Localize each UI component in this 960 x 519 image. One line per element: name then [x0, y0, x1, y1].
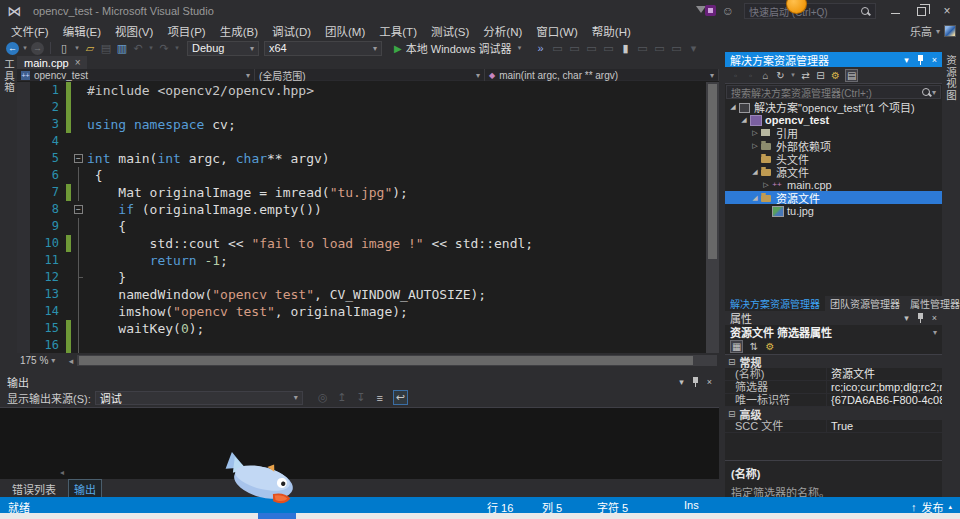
forward-icon[interactable]: ◦ [745, 70, 756, 81]
configuration-combo[interactable]: Debug ▾ [187, 41, 259, 56]
sync-with-active-document-icon[interactable]: ⇄ [800, 70, 811, 81]
bookmark-prev-icon[interactable]: ▭ [635, 41, 649, 55]
code-line[interactable]: 5−int main(int argc, char** argv) [17, 150, 706, 167]
step-out-icon[interactable]: ▭ [584, 41, 598, 55]
breakpoint-margin[interactable] [17, 82, 30, 99]
code-line[interactable]: 3using namespace cv; [17, 116, 706, 133]
code-line[interactable]: 13 namedWindow("opencv test", CV_WINDOW_… [17, 286, 706, 303]
menu-item[interactable]: 帮助(H) [585, 21, 638, 41]
tree-row[interactable]: tu.jpg [725, 204, 942, 217]
feedback-icon[interactable]: ☺ [718, 4, 738, 18]
tree-expander-icon[interactable]: ▷ [750, 129, 760, 137]
output-content[interactable] [0, 407, 719, 479]
undo-icon[interactable]: ↶ [131, 41, 145, 55]
breakpoint-margin[interactable] [17, 235, 30, 252]
categorized-icon[interactable]: ▦ [730, 340, 743, 353]
window-position-dropdown-icon[interactable]: ▾ [679, 377, 684, 387]
close-icon[interactable]: × [75, 57, 81, 68]
collapse-all-icon[interactable]: ⊟ [815, 70, 826, 81]
user-area[interactable]: 乐高 ▾ [910, 22, 956, 40]
code-line[interactable]: 14 imshow("opencv test", originalImage); [17, 303, 706, 320]
platform-combo[interactable]: x64 ▾ [264, 41, 382, 56]
start-debugging-dropdown-icon[interactable]: ▾ [515, 44, 523, 52]
close-icon[interactable]: × [932, 55, 937, 65]
breakpoint-margin[interactable] [17, 303, 30, 320]
properties-icon[interactable]: ⚙ [830, 70, 841, 81]
menu-item[interactable]: 编辑(E) [56, 21, 108, 41]
clear-all-icon[interactable]: ≡ [374, 392, 386, 404]
next-message-icon[interactable]: ↧ [355, 391, 367, 404]
search-icon[interactable] [921, 87, 932, 98]
quick-launch-input[interactable]: 快速启动 (Ctrl+Q) [744, 3, 876, 19]
user-name[interactable]: 乐高 [910, 23, 932, 39]
bottom-panel-tab[interactable]: 输出 [68, 479, 102, 499]
window-position-dropdown-icon[interactable]: ▾ [904, 55, 909, 65]
attach-debugger-icon[interactable]: » [533, 41, 547, 55]
collapse-icon[interactable]: ⊟ [728, 409, 736, 419]
chevron-down-icon[interactable]: ▾ [932, 88, 936, 97]
scrollbar-thumb[interactable] [79, 356, 693, 365]
tree-expander-icon[interactable]: ◢ [728, 103, 738, 111]
breakpoint-margin[interactable] [17, 99, 30, 116]
breakpoint-margin[interactable] [17, 167, 30, 184]
breakpoint-margin[interactable] [17, 252, 30, 269]
code-line[interactable]: 16 [17, 337, 706, 353]
pin-icon[interactable] [692, 377, 699, 387]
breakpoint-margin[interactable] [17, 337, 30, 353]
save-all-icon[interactable]: ▥ [115, 41, 129, 55]
save-icon[interactable]: ▤ [99, 41, 113, 55]
tree-row[interactable]: ▷引用 [725, 126, 942, 139]
menu-item[interactable]: 调试(D) [265, 21, 318, 41]
editor-horizontal-scrollbar[interactable] [77, 355, 717, 366]
panel-tab[interactable]: 团队资源管理器 [825, 295, 905, 312]
code-line[interactable]: 2 [17, 99, 706, 116]
pin-icon[interactable] [917, 313, 924, 323]
tree-expander-icon[interactable]: ▷ [761, 181, 771, 189]
scope-dropdown[interactable]: (全局范围) ▾ [255, 69, 485, 81]
tree-expander-icon[interactable]: ◢ [750, 194, 760, 202]
tree-expander-icon[interactable]: ▷ [750, 142, 760, 150]
window-position-dropdown-icon[interactable]: ▾ [904, 313, 909, 323]
show-all-files-icon[interactable]: ▤ [845, 69, 858, 82]
pin-icon[interactable] [917, 55, 924, 65]
breakpoint-margin[interactable] [17, 133, 30, 150]
code-line[interactable]: 1#include <opencv2/opencv.hpp> [17, 82, 706, 99]
scrollbar-thumb[interactable] [708, 84, 717, 259]
fold-collapse-icon[interactable]: − [74, 154, 83, 163]
toolbar-options-icon[interactable]: ▾ [686, 41, 700, 55]
menu-item[interactable]: 窗口(W) [529, 21, 585, 41]
bookmark-next-icon[interactable]: ▭ [652, 41, 666, 55]
property-value[interactable]: 资源文件 [827, 368, 942, 380]
breakpoint-margin[interactable] [17, 286, 30, 303]
close-icon[interactable]: × [932, 313, 937, 323]
tree-row[interactable]: ◢解决方案"opencv_test"(1 个项目) [725, 100, 942, 113]
search-icon[interactable] [860, 6, 871, 17]
code-lines[interactable]: 1#include <opencv2/opencv.hpp>23using na… [17, 82, 706, 353]
restore-button[interactable] [908, 0, 934, 22]
toggle-word-wrap-icon[interactable]: ↩ [393, 390, 408, 405]
code-line[interactable]: 12 } [17, 269, 706, 286]
code-line[interactable]: 7 Mat originalImage = imread("tu.jpg"); [17, 184, 706, 201]
menu-item[interactable]: 团队(M) [318, 21, 372, 41]
property-value[interactable]: {67DA6AB6-F800-4c08-887A-8 [827, 394, 942, 406]
menu-item[interactable]: 视图(V) [108, 21, 160, 41]
new-file-icon[interactable]: ▯ [57, 41, 71, 55]
output-source-combo[interactable]: 调试 ▾ [95, 391, 303, 405]
property-value[interactable]: rc;ico;cur;bmp;dlg;rc2;rct;bin;r [827, 381, 942, 393]
tree-expander-icon[interactable]: ◢ [739, 116, 749, 124]
dropdown-icon[interactable]: ▾ [790, 71, 796, 79]
open-file-icon[interactable]: ▱ [83, 41, 97, 55]
scroll-left-arrow-icon[interactable]: ◂ [65, 356, 77, 366]
menu-item[interactable]: 文件(F) [4, 21, 56, 41]
close-button[interactable]: × [934, 0, 960, 22]
bookmark-icon[interactable]: ▮ [618, 41, 632, 55]
code-line[interactable]: 11 return -1; [17, 252, 706, 269]
breakpoint-margin[interactable] [17, 201, 30, 218]
breakpoint-margin[interactable] [17, 320, 30, 337]
breakpoint-icon[interactable]: ▭ [601, 41, 615, 55]
breakpoint-margin[interactable] [17, 269, 30, 286]
tree-row[interactable]: ◢opencv_test [725, 113, 942, 126]
breakpoint-margin[interactable] [17, 218, 30, 235]
editor-zoom-combo[interactable]: 175 % ▾ [17, 354, 65, 367]
code-line[interactable]: 9 { [17, 218, 706, 235]
